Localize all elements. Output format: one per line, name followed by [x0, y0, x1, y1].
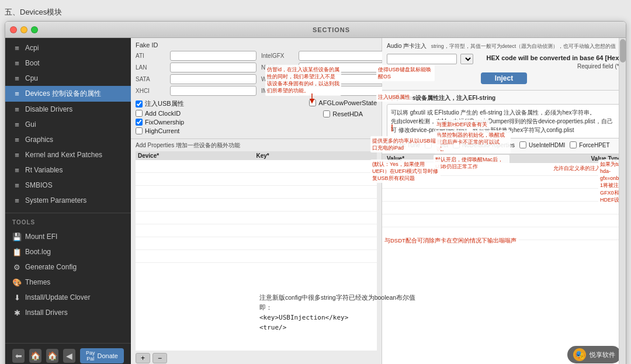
donate-label: Donate [98, 352, 118, 359]
sidebar-item-boot[interactable]: ≡ Boot [5, 56, 131, 71]
table-row [382, 163, 626, 176]
reset-hda-label: ResetHDA [332, 110, 363, 117]
hex-audio-row: HEX code will be converted in base 64 [H… [387, 54, 621, 70]
donate-button[interactable]: PayPal Donate [80, 348, 124, 363]
scrollbar-thumb[interactable] [620, 39, 626, 63]
right-info-area: Audio 声卡注入 string，字符型，其值一般可为detect（愿为自动侦… [382, 38, 626, 364]
value-table-header: Value* Value Type [382, 154, 626, 163]
sidebar-item-gui[interactable]: ≡ Gui [5, 117, 131, 132]
ati-label: ATI [136, 53, 168, 59]
inject-button[interactable]: Inject [481, 72, 527, 84]
sidebar-item-graphics[interactable]: ≡ Graphics [5, 132, 131, 147]
themes-icon: 🎨 [12, 278, 22, 287]
wifi-input[interactable] [299, 74, 385, 84]
force-hpet-checkbox[interactable] [570, 141, 577, 148]
system-params-icon: ≡ [12, 196, 22, 205]
watermark-icon: 🎭 [573, 348, 586, 361]
house2-icon[interactable]: 🏠 [46, 349, 58, 363]
add-clockid-label: Add ClockID [145, 110, 181, 117]
nvidia-input[interactable] [299, 63, 385, 72]
inject-btn-section: Inject [387, 72, 621, 84]
graphics-icon: ≡ [12, 135, 22, 144]
audio-select[interactable] [460, 54, 473, 64]
title-bar: SECTIONS [5, 22, 626, 38]
smbios-icon: ≡ [12, 181, 22, 190]
sidebar-item-generate-config[interactable]: ⚙ Generate Config [5, 259, 131, 275]
col-device: Device* [138, 152, 256, 159]
add-properties-section: Add Properties 增加一些设备的额外功能 Device* Key* [131, 138, 382, 364]
imei-input[interactable] [299, 86, 385, 96]
afg-checkbox[interactable] [309, 99, 316, 106]
sidebar-divider [5, 213, 131, 213]
ati-input[interactable] [170, 51, 256, 61]
sidebar-item-smbios[interactable]: ≡ SMBIOS [5, 178, 131, 193]
lpc-inject-checkbox[interactable] [425, 141, 432, 148]
sidebar-item-acpi[interactable]: ≡ Acpi [5, 40, 131, 56]
required-field: Required field (*) [577, 63, 621, 70]
home-icon[interactable]: 🏠 [29, 349, 41, 363]
generate-config-icon: ⚙ [12, 262, 22, 272]
tools-label: TOOLS [5, 216, 131, 227]
close-button[interactable] [10, 26, 17, 33]
add-clockid-checkbox[interactable] [136, 110, 143, 117]
col-key: Key* [256, 152, 375, 159]
properties-label: Properties设备属性注入，注入EFI-string [387, 94, 621, 102]
nav-section: ≡ Acpi ≡ Boot ≡ Cpu ≡ Devices 控制设备的属性 [5, 38, 131, 210]
scrollbar[interactable] [619, 38, 626, 364]
audio-input[interactable] [387, 54, 457, 64]
high-current-checkbox[interactable] [136, 127, 143, 134]
sidebar-bottom: ⬅ 🏠 🏠 ◀ PayPal Donate [5, 343, 131, 364]
afg-row: AFGLowPowerState [309, 99, 377, 106]
boot-icon: ≡ [12, 58, 22, 68]
sidebar-item-install-clover[interactable]: ⬇ Install/Update Clover [5, 290, 131, 305]
table-bottom-bar: + − [136, 351, 377, 364]
table-row [136, 173, 377, 186]
sidebar-item-mount-efi[interactable]: 💾 Mount EFI [5, 229, 131, 244]
inject-usb-checkbox[interactable] [136, 100, 143, 108]
add-clockid-row: Add ClockID [136, 110, 303, 117]
sidebar-item-rt-variables[interactable]: ≡ Rt Variables [5, 162, 131, 178]
add-row-button[interactable]: + [136, 353, 150, 363]
sidebar-item-install-drivers[interactable]: ✱ Install Drivers [5, 305, 131, 320]
sidebar-item-boot-log[interactable]: 📋 Boot.log [5, 244, 131, 259]
rt-variables-icon: ≡ [12, 165, 22, 175]
wifi-field-row: WiFi [261, 74, 385, 84]
use-intel-hdmi-row: UseIntelHDMI [519, 141, 565, 148]
sidebar-item-cpu[interactable]: ≡ Cpu [5, 71, 131, 86]
devices-icon: ≡ [12, 89, 22, 99]
intelgfx-input[interactable] [299, 51, 385, 61]
use-intel-hdmi-checkbox[interactable] [519, 141, 526, 148]
imei-label: IMEI [261, 88, 296, 94]
sidebar-item-disable-drivers[interactable]: ≡ Disable Drivers [5, 102, 131, 117]
high-current-label: HighCurrent [145, 127, 179, 134]
wifi-label: WiFi [261, 76, 296, 82]
lan-input[interactable] [170, 63, 256, 72]
sata-input[interactable] [170, 74, 256, 84]
right-panel: Fake ID ATI IntelGFX [131, 38, 626, 364]
sidebar-item-devices[interactable]: ≡ Devices 控制设备的属性 [5, 86, 131, 102]
table-row [136, 199, 377, 212]
fix-ownership-checkbox[interactable] [136, 119, 143, 126]
properties-text-box: 可以将 gfxutil 或 EFIstudio 产生的 efi-string 注… [387, 104, 621, 138]
lpc-tune-checkbox[interactable] [387, 141, 394, 148]
xhci-input[interactable] [170, 86, 256, 96]
table-row [136, 224, 377, 237]
page-outer-title: 五、Devices模块 [5, 5, 626, 21]
sidebar-label-acpi: Acpi [25, 44, 39, 52]
sidebar-item-system-parameters[interactable]: ≡ System Parameters [5, 193, 131, 208]
lan-field-row: LAN [136, 63, 256, 72]
force-hpet-row: ForceHPET [570, 141, 609, 148]
remove-row-button[interactable]: − [152, 353, 167, 363]
sidebar: ≡ Acpi ≡ Boot ≡ Cpu ≡ Devices 控制设备的属性 [5, 38, 131, 364]
reset-hda-checkbox[interactable] [323, 110, 330, 117]
maximize-button[interactable] [31, 26, 38, 33]
minimize-button[interactable] [20, 26, 27, 33]
sidebar-item-kernel-kext[interactable]: ≡ Kernel and Kext Patches [5, 147, 131, 162]
sidebar-item-themes[interactable]: 🎨 Themes [5, 275, 131, 290]
share-icon[interactable]: ◀ [63, 349, 75, 363]
no-default-checkbox[interactable] [453, 141, 460, 148]
back-icon[interactable]: ⬅ [12, 349, 25, 363]
install-drivers-icon: ✱ [12, 308, 22, 317]
sidebar-label-mount-efi: Mount EFI [25, 233, 57, 241]
lan-label: LAN [136, 64, 168, 71]
